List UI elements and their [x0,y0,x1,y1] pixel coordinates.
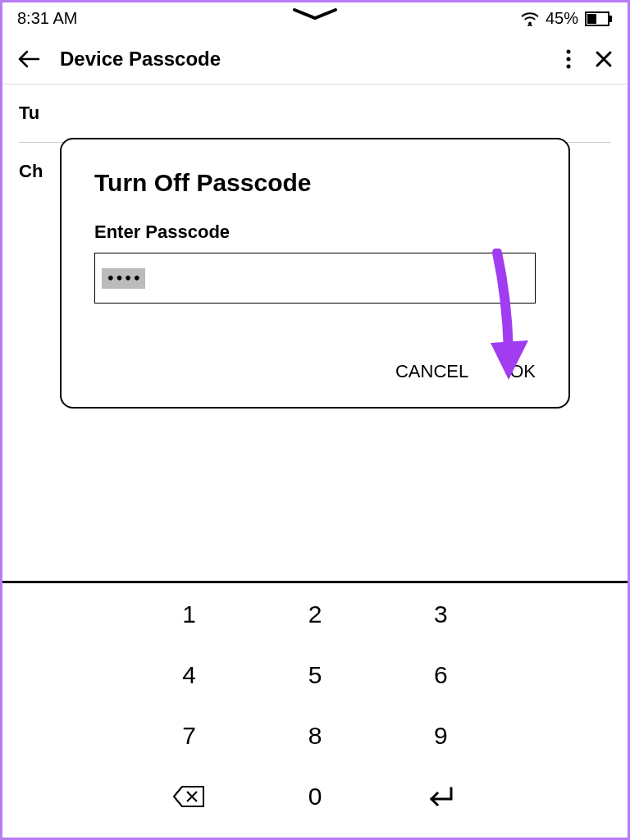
backspace-icon [172,785,207,808]
keypad-key-9[interactable]: 9 [378,719,504,752]
close-icon[interactable] [595,50,613,68]
keypad-key-6[interactable]: 6 [378,659,504,692]
dialog-title: Turn Off Passcode [94,169,536,197]
more-icon[interactable] [565,48,572,70]
cancel-button[interactable]: CANCEL [395,361,468,382]
turn-off-passcode-dialog: Turn Off Passcode Enter Passcode •••• CA… [60,138,570,409]
keypad-key-5[interactable]: 5 [252,659,377,692]
passcode-label: Enter Passcode [94,221,536,243]
passcode-masked-value: •••• [102,268,145,289]
page-title: Device Passcode [60,48,546,71]
svg-point-0 [528,21,532,25]
keypad-key-3[interactable]: 3 [378,598,504,631]
passcode-input[interactable]: •••• [94,253,536,304]
back-icon[interactable] [17,49,40,69]
keypad-key-1[interactable]: 1 [126,598,252,631]
ok-button[interactable]: OK [509,361,536,382]
keypad-key-2[interactable]: 2 [252,598,377,631]
keypad-key-0[interactable]: 0 [252,780,377,813]
svg-rect-2 [587,14,596,24]
page-header: Device Passcode [2,34,628,84]
keypad-backspace[interactable] [126,780,252,813]
drag-handle-icon [290,7,340,21]
battery-icon [585,11,613,26]
status-time: 8:31 AM [17,9,77,28]
keypad-key-7[interactable]: 7 [126,719,252,752]
numeric-keypad: 1 2 3 4 5 6 7 8 9 0 [2,581,628,838]
battery-percent: 45% [546,9,578,28]
enter-icon [425,786,456,807]
list-item[interactable]: Tu [19,84,611,143]
keypad-enter[interactable] [378,780,504,813]
list-item-label: Ch [19,161,43,181]
keypad-key-8[interactable]: 8 [252,719,377,752]
svg-point-6 [567,65,571,69]
svg-point-4 [567,50,571,54]
svg-rect-3 [609,16,612,22]
keypad-key-4[interactable]: 4 [126,659,252,692]
svg-point-5 [567,57,571,62]
list-item-label: Tu [19,103,39,123]
wifi-icon [521,11,539,26]
